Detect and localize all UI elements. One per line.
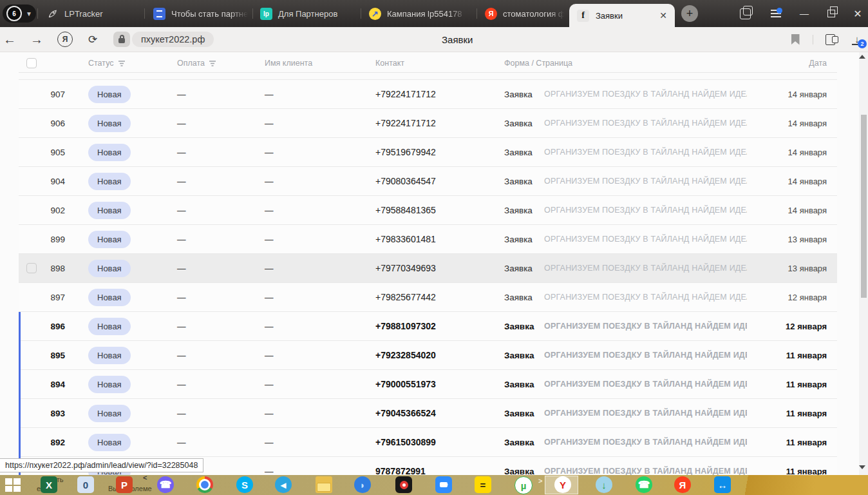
chevron-right-icon[interactable]: > [538, 477, 542, 485]
lead-contact[interactable]: +79000551973 [375, 370, 436, 398]
tab-partner-guide[interactable]: Чтобы стать партне [153, 0, 250, 27]
calculator-icon[interactable]: 0 [77, 476, 94, 493]
table-row[interactable]: 904Новая——+79080364547ЗаявкаОРГАНИЗУЕМ П… [19, 167, 837, 196]
whatsapp-icon[interactable]: ☎ [636, 476, 652, 493]
status-badge[interactable]: Новая [88, 144, 131, 161]
viber-icon[interactable]: ☎ [157, 476, 174, 493]
status-badge[interactable]: Новая [88, 289, 131, 306]
scroll-up-icon[interactable] [859, 55, 865, 59]
yandex-home-button[interactable]: Я [57, 27, 73, 52]
tab-lptracker[interactable]: LPTracker [46, 0, 130, 27]
close-window-button[interactable]: ✕ [847, 0, 868, 27]
new-tab-button[interactable]: + [681, 5, 698, 22]
excel-icon[interactable]: X [41, 476, 57, 493]
table-row[interactable]: 907Новая——+79224171712ЗаявкаОРГАНИЗУЕМ П… [19, 80, 837, 109]
lead-contact[interactable]: +79224171712 [375, 80, 436, 108]
chevron-left-icon[interactable]: < [143, 474, 147, 481]
lead-contact[interactable]: +79045366524 [375, 399, 436, 427]
filter-icon[interactable] [118, 60, 126, 66]
utorrent-icon[interactable]: µ [514, 476, 533, 494]
lead-contact[interactable]: +79833601481 [375, 225, 436, 253]
table-row[interactable]: 899Новая——+79833601481ЗаявкаОРГАНИЗУЕМ П… [19, 225, 837, 254]
lead-contact[interactable]: 9787872991 [375, 457, 426, 475]
browser-menu-button[interactable] [765, 0, 787, 27]
tab-stomatology[interactable]: Я стоматология февра [485, 0, 566, 27]
status-badge[interactable]: Новая [88, 231, 131, 248]
file-explorer-icon[interactable] [316, 476, 332, 493]
powerpoint-icon[interactable]: P [116, 476, 133, 493]
side-panels-button[interactable] [735, 0, 755, 27]
forward-button[interactable]: → [28, 27, 45, 52]
yandex-browser-icon[interactable]: Y [554, 476, 571, 493]
lead-contact[interactable]: +79881097302 [375, 312, 436, 340]
tab-partners[interactable]: lp Для Партнеров [260, 0, 354, 27]
downloads-button[interactable]: ↓2 [849, 27, 865, 52]
zoom-icon[interactable] [435, 476, 452, 493]
table-row[interactable]: 896Новая——+79881097302ЗаявкаОРГАНИЗУЕМ П… [19, 312, 837, 341]
restore-button[interactable] [820, 0, 842, 27]
lead-contact[interactable]: +79615030899 [375, 428, 436, 456]
screen-recorder-icon[interactable] [395, 476, 412, 493]
lead-contact[interactable]: +79588481365 [375, 196, 436, 224]
lead-contact[interactable]: +79232854020 [375, 341, 436, 369]
status-badge[interactable]: Новая [88, 86, 131, 103]
status-badge[interactable]: Новая [88, 260, 131, 277]
close-tab-icon[interactable]: ✕ [659, 10, 667, 21]
lead-payment: — [177, 283, 186, 311]
lead-page: ОРГАНИЗУЕМ ПОЕЗДКУ В ТАЙЛАНД НАЙДЕМ ИДЕА… [544, 109, 747, 137]
status-badge[interactable]: Новая [88, 434, 131, 451]
teamviewer-icon[interactable]: ↔ [714, 476, 731, 493]
scroll-down-icon[interactable] [859, 465, 865, 469]
status-badge[interactable]: Новая [88, 173, 131, 190]
refresh-button[interactable]: ⟳ [84, 27, 101, 52]
status-badge[interactable]: Новая [88, 376, 131, 393]
status-badge[interactable]: Новая [88, 405, 131, 422]
table-row[interactable]: 892Новая——+79615030899ЗаявкаОРГАНИЗУЕМ П… [19, 428, 837, 457]
lead-contact[interactable]: +79224171712 [375, 109, 436, 137]
lead-contact[interactable]: +79770349693 [375, 254, 436, 282]
lead-contact[interactable]: +79080364547 [375, 167, 436, 195]
status-badge[interactable]: Новая [88, 347, 131, 364]
table-row[interactable]: 906Новая——+79224171712ЗаявкаОРГАНИЗУЕМ П… [19, 109, 837, 138]
lead-status-cell: Новая [88, 254, 131, 282]
table-row[interactable]: 894Новая——+79000551973ЗаявкаОРГАНИЗУЕМ П… [19, 370, 837, 399]
yellow-notes-icon[interactable]: = [475, 476, 491, 493]
status-badge[interactable]: Новая [88, 202, 131, 219]
table-row[interactable]: 893Новая——+79045366524ЗаявкаОРГАНИЗУЕМ П… [19, 399, 837, 428]
status-badge[interactable]: Новая [88, 318, 131, 335]
filter-icon[interactable] [209, 60, 216, 66]
lead-form: Заявка [504, 428, 534, 456]
yandex-icon[interactable]: Я [674, 476, 691, 493]
header-payment[interactable]: Оплата [177, 54, 216, 72]
scrollbar-track[interactable] [859, 52, 868, 475]
scrollbar-thumb[interactable] [861, 115, 867, 298]
download-manager-icon[interactable]: ↓ [596, 476, 612, 493]
tab-zayavki-active[interactable]: f Заявки ✕ [569, 4, 675, 27]
site-security-button[interactable] [113, 32, 130, 47]
skype-icon[interactable]: S [236, 476, 253, 493]
tab-divider [252, 8, 253, 19]
select-all-checkbox[interactable] [26, 54, 37, 72]
table-row[interactable]: 895Новая——+79232854020ЗаявкаОРГАНИЗУЕМ П… [19, 341, 837, 370]
bookmark-button[interactable] [787, 27, 804, 52]
collections-button[interactable] [820, 27, 840, 52]
back-button[interactable]: ← [1, 27, 18, 52]
minimize-button[interactable]: — [793, 0, 815, 27]
table-row[interactable]: 897Новая——+79825677442ЗаявкаОРГАНИЗУЕМ П… [19, 283, 837, 312]
table-row[interactable]: 905Новая——+79519679942ЗаявкаОРГАНИЗУЕМ П… [19, 138, 837, 167]
start-button[interactable] [5, 478, 21, 492]
table-row[interactable]: 902Новая——+79588481365ЗаявкаОРГАНИЗУЕМ П… [19, 196, 837, 225]
lead-status-cell: Новая [88, 196, 131, 224]
telegram-icon[interactable]: ◄ [275, 476, 292, 493]
blue-app-icon[interactable]: ◗ [354, 476, 371, 493]
table-row[interactable]: 898Новая——+79770349693ЗаявкаОРГАНИЗУЕМ П… [19, 254, 837, 283]
lead-date: 12 января [786, 312, 827, 340]
lead-contact[interactable]: +79825677442 [375, 283, 436, 311]
chrome-icon[interactable] [196, 476, 213, 493]
tab-campaign[interactable]: ↗ Кампания lp554178 [369, 0, 469, 27]
header-status[interactable]: Статус [88, 54, 126, 72]
address-bar[interactable]: пхукет2022.рф [132, 32, 214, 47]
status-badge[interactable]: Новая [88, 115, 131, 132]
lead-contact[interactable]: +79519679942 [375, 138, 436, 166]
tab-counter[interactable]: 6 ▼ [3, 5, 36, 23]
